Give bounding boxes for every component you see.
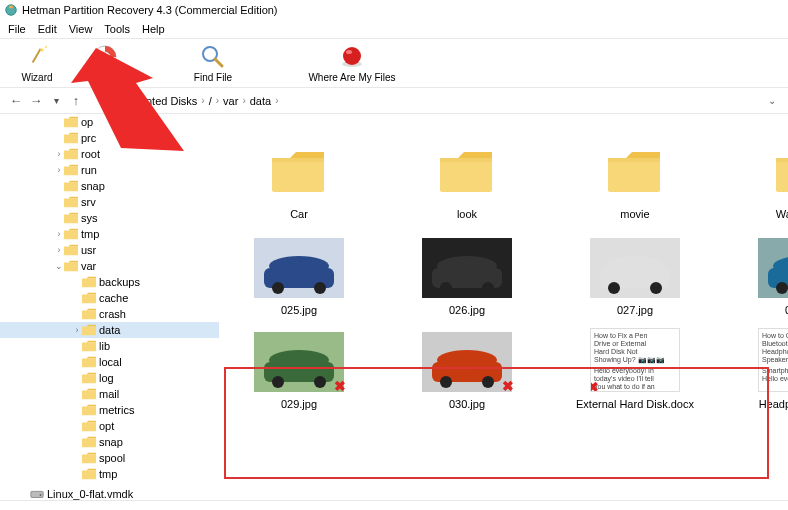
image-item[interactable]: 026.jpg xyxy=(402,238,532,316)
tree-row[interactable]: ›root xyxy=(0,146,219,162)
svg-rect-30 xyxy=(82,423,96,432)
menu-tools[interactable]: Tools xyxy=(98,23,136,35)
folder-item[interactable]: look xyxy=(402,142,532,220)
breadcrumb-part[interactable]: nted Disks xyxy=(146,95,197,107)
image-item[interactable]: 027.jpg xyxy=(570,238,700,316)
svg-point-58 xyxy=(650,282,662,294)
svg-rect-42 xyxy=(776,158,788,192)
find-file-button[interactable]: Find File xyxy=(184,39,242,87)
tree-row[interactable]: metrics xyxy=(0,402,219,418)
svg-rect-19 xyxy=(64,247,78,256)
svg-rect-1 xyxy=(9,6,13,9)
chevron-right-icon: › xyxy=(201,95,204,106)
tree-row[interactable]: log xyxy=(0,370,219,386)
toolbar: Wizard Recovery Find File Where Are My F… xyxy=(0,38,788,88)
tree-row[interactable]: ⌄var xyxy=(0,258,219,274)
wizard-button[interactable]: Wizard xyxy=(8,39,66,87)
svg-rect-20 xyxy=(64,263,78,272)
svg-rect-12 xyxy=(64,135,78,144)
tree-row[interactable]: local xyxy=(0,354,219,370)
tree-row[interactable]: ›run xyxy=(0,162,219,178)
svg-point-9 xyxy=(343,47,361,65)
tree-row[interactable]: snap xyxy=(0,178,219,194)
svg-rect-22 xyxy=(82,295,96,304)
svg-rect-40 xyxy=(608,158,660,192)
breadcrumb-part[interactable]: var xyxy=(223,95,238,107)
nav-forward-icon[interactable]: → xyxy=(28,93,44,109)
where-are-files-button[interactable]: Where Are My Files xyxy=(292,39,412,87)
chevron-right-icon: › xyxy=(275,95,278,106)
tree-row[interactable]: backups xyxy=(0,274,219,290)
chevron-down-icon[interactable]: ⌄ xyxy=(768,95,782,106)
nav-back-icon[interactable]: ← xyxy=(8,93,24,109)
find-file-label: Find File xyxy=(194,72,232,83)
tree-row[interactable]: srv xyxy=(0,194,219,210)
svg-point-72 xyxy=(440,376,452,388)
svg-point-48 xyxy=(314,282,326,294)
tree-row[interactable]: sys xyxy=(0,210,219,226)
image-item[interactable]: 028.jpg xyxy=(738,238,788,316)
tree-row[interactable]: ›tmp xyxy=(0,226,219,242)
disk-icon xyxy=(30,488,44,500)
svg-rect-28 xyxy=(82,391,96,400)
red-button-icon xyxy=(339,44,365,70)
nav-history-icon[interactable]: ▾ xyxy=(48,93,64,109)
svg-rect-21 xyxy=(82,279,96,288)
tree-row[interactable]: spool xyxy=(0,450,219,466)
recovery-button[interactable]: Recovery xyxy=(76,39,134,87)
folder-item[interactable]: movie xyxy=(570,142,700,220)
svg-point-5 xyxy=(100,52,110,62)
tree-row[interactable]: prc xyxy=(0,130,219,146)
svg-rect-32 xyxy=(82,455,96,464)
workspace: opprc›root›runsnapsrvsys›tmp›usr⌄varback… xyxy=(0,114,788,500)
tree-row[interactable]: crash xyxy=(0,306,219,322)
folder-tree[interactable]: opprc›root›runsnapsrvsys›tmp›usr⌄varback… xyxy=(0,114,220,500)
document-item[interactable]: How to Fix a PenDrive or ExternalHard Di… xyxy=(570,328,700,410)
svg-rect-13 xyxy=(64,151,78,160)
tree-drive-row[interactable]: Linux_0-flat.vmdk xyxy=(0,486,219,500)
breadcrumb-part[interactable]: data xyxy=(250,95,271,107)
tree-row[interactable]: opt xyxy=(0,418,219,434)
svg-rect-26 xyxy=(82,359,96,368)
tree-row[interactable]: snap xyxy=(0,434,219,450)
svg-point-3 xyxy=(45,46,47,48)
where-are-files-label: Where Are My Files xyxy=(308,72,395,83)
svg-rect-17 xyxy=(64,215,78,224)
tree-row[interactable]: op xyxy=(0,114,219,130)
svg-rect-16 xyxy=(64,199,78,208)
wand-icon xyxy=(24,44,50,70)
chevron-right-icon: › xyxy=(242,95,245,106)
folder-item[interactable]: ✖Wallpapers xyxy=(738,142,788,220)
svg-point-68 xyxy=(314,376,326,388)
breadcrumb-part[interactable]: / xyxy=(209,95,212,107)
image-item[interactable]: ✖029.jpg xyxy=(234,332,364,410)
tree-label: Linux_0-flat.vmdk xyxy=(47,488,133,500)
chevron-right-icon: › xyxy=(216,95,219,106)
svg-point-51 xyxy=(437,256,497,276)
tree-row[interactable]: mail xyxy=(0,386,219,402)
image-item[interactable]: ✖030.jpg xyxy=(402,332,532,410)
image-item[interactable]: 025.jpg xyxy=(234,238,364,316)
tree-row[interactable]: lib xyxy=(0,338,219,354)
svg-point-52 xyxy=(440,282,452,294)
menu-view[interactable]: View xyxy=(63,23,99,35)
tree-row[interactable]: tmp xyxy=(0,466,219,482)
breadcrumb[interactable]: nted Disks › / › var › data › xyxy=(92,95,279,107)
tree-row[interactable]: cache xyxy=(0,290,219,306)
svg-rect-15 xyxy=(64,183,78,192)
tree-row[interactable]: ›usr xyxy=(0,242,219,258)
svg-rect-2 xyxy=(32,48,42,63)
file-grid[interactable]: Carlookmovie✖Wallpapers 025.jpg026.jpg02… xyxy=(220,114,788,500)
menu-help[interactable]: Help xyxy=(136,23,171,35)
document-item[interactable]: How to ConnectBluetoothHeadphones orSpea… xyxy=(738,328,788,410)
nav-up-icon[interactable]: ↑ xyxy=(68,93,84,109)
menu-file[interactable]: File xyxy=(2,23,32,35)
menu-edit[interactable]: Edit xyxy=(32,23,63,35)
recovery-label: Recovery xyxy=(84,72,126,83)
svg-point-62 xyxy=(776,282,788,294)
app-icon xyxy=(4,3,18,17)
wizard-label: Wizard xyxy=(21,72,52,83)
tree-row[interactable]: ›data xyxy=(0,322,219,338)
svg-rect-11 xyxy=(64,119,78,128)
folder-item[interactable]: Car xyxy=(234,142,364,220)
